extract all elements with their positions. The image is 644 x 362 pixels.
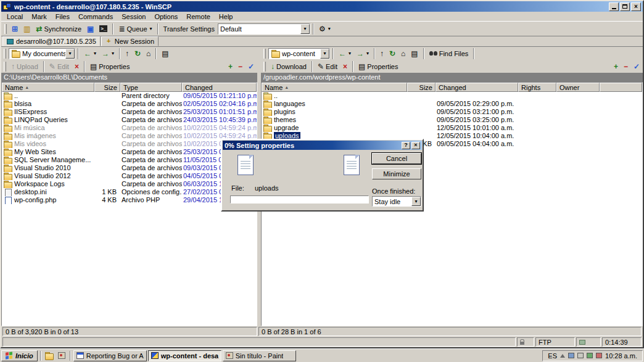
remote-parent-directory-button[interactable]: ↑ (378, 47, 386, 60)
file-row[interactable]: Mis videos Carpeta de archivos 10/02/201… (2, 140, 257, 148)
file-row[interactable]: blsisa Carpeta de archivos 02/05/2015 02… (2, 100, 257, 108)
start-button[interactable]: Inicio (1, 350, 38, 361)
file-row[interactable]: LINQPad Queries Carpeta de archivos 24/0… (2, 116, 257, 124)
menu-item[interactable]: Options (150, 12, 182, 21)
remote-refresh-button[interactable]: ↻ (387, 47, 398, 60)
remote-path-bar[interactable]: /grupoadler.com/wordpress/wp-content (261, 73, 643, 82)
file-row[interactable]: Mi música Carpeta de archivos 10/02/2015… (2, 124, 257, 132)
local-home-button[interactable]: ⌂ (144, 47, 153, 60)
dialog-titlebar[interactable]: 0% Setting properties ? × (223, 141, 422, 150)
column-header[interactable]: Changed▲ (436, 83, 518, 92)
file-row[interactable]: Mis imágenes Carpeta de archivos 10/02/2… (2, 132, 257, 140)
chevron-down-icon[interactable]: ▾ (300, 24, 310, 34)
taskbar-task[interactable]: Reporting Bug or Asking ... (73, 350, 147, 361)
local-tree-button[interactable]: ▤ (159, 47, 171, 60)
toolbar-grip[interactable] (263, 49, 266, 59)
local-select-remove-button[interactable]: − (236, 60, 245, 73)
local-edit-button[interactable]: ✎Edit (47, 60, 72, 73)
quicklaunch-explorer-icon[interactable] (44, 350, 55, 361)
new-session-tab-button[interactable]: ⊞ (9, 23, 20, 35)
file-row[interactable]: IISExpress Carpeta de archivos 25/03/201… (2, 108, 257, 116)
minimize-dialog-button[interactable]: Minimize (372, 168, 421, 179)
file-row[interactable]: .. Parent directory 09/05/2015 01:21:10 … (2, 92, 257, 100)
session-tab[interactable]: New Session (101, 36, 159, 46)
local-properties-button[interactable]: ▤Properties (88, 60, 132, 73)
remote-select-add-button[interactable]: + (611, 60, 621, 73)
file-row[interactable]: desktop.ini 1 KB Opciones de config... 2… (2, 188, 257, 196)
tray-hidden-icons-icon[interactable] (560, 354, 565, 358)
minimize-button[interactable] (609, 2, 619, 11)
file-row[interactable]: upgrade 12/05/2015 10:01:00 a.m. (262, 124, 642, 132)
menu-item[interactable]: Files (51, 12, 74, 21)
taskbar-task[interactable]: wp-content - desarroll... (148, 350, 221, 361)
file-row[interactable]: Visual Studio 2010 Carpeta de archivos 0… (2, 164, 257, 172)
tray-security-icon[interactable] (596, 353, 602, 358)
column-header[interactable]: Owner▲ (556, 83, 600, 92)
column-header[interactable]: Rights▲ (518, 83, 556, 92)
remote-back-button[interactable]: ←▾ (336, 47, 353, 60)
transfer-settings-select[interactable]: Default ▾ (218, 23, 310, 35)
file-row[interactable]: wp-config.php 4 KB Archivo PHP 29/04/201… (2, 196, 257, 204)
file-row[interactable]: SQL Server Manageme... Carpeta de archiv… (2, 156, 257, 164)
cancel-button[interactable]: Cancel (372, 153, 421, 164)
preferences-button[interactable]: ⚙▾ (316, 23, 333, 35)
console-button[interactable]: >_ (97, 23, 110, 35)
file-row[interactable]: My Web Sites Carpeta de archivos 25/03/2… (2, 148, 257, 156)
file-row[interactable]: languages 09/05/2015 02:29:00 p.m. (262, 100, 642, 108)
synchronize-button[interactable]: ⇄Synchronize (33, 23, 84, 35)
column-header[interactable]: Name▲ (262, 83, 407, 92)
file-row[interactable]: themes 09/05/2015 03:25:00 p.m. (262, 116, 642, 124)
find-files-button[interactable]: Find Files (427, 47, 471, 60)
menu-item[interactable]: Local (2, 12, 27, 21)
queue-button[interactable]: ≣Queue▾ (116, 23, 154, 35)
file-row[interactable]: Visual Studio 2012 Carpeta de archivos 0… (2, 172, 257, 180)
remote-select-toggle-button[interactable]: ✓ (631, 60, 642, 73)
local-back-button[interactable]: ←▾ (81, 47, 99, 60)
synchronize-browsing-button[interactable]: ▣ (85, 23, 96, 35)
local-parent-directory-button[interactable]: ↑ (123, 47, 131, 60)
toolbar-grip[interactable] (4, 49, 6, 59)
toolbar-grip[interactable] (4, 24, 7, 34)
column-header[interactable]: Name▲ (2, 83, 94, 92)
menu-item[interactable]: Commands (74, 12, 117, 21)
session-tab[interactable]: desarrollo@107.180.5.235 (2, 36, 101, 46)
panel-layout-button[interactable]: ▥ (21, 23, 33, 35)
local-forward-button[interactable]: →▾ (99, 47, 117, 60)
dialog-help-button[interactable]: ? (402, 142, 410, 149)
remote-properties-button[interactable]: ▤Properties (356, 60, 400, 73)
taskbar-task[interactable]: Sin título - Paint (223, 350, 296, 361)
remote-home-button[interactable]: ⌂ (398, 47, 408, 60)
menu-item[interactable]: Remote (182, 12, 215, 21)
column-header[interactable]: Size▲ (407, 83, 436, 92)
tray-language-indicator[interactable]: ES (548, 352, 557, 360)
column-header[interactable]: ▲ (600, 83, 642, 92)
column-header[interactable]: Type▲ (120, 83, 182, 92)
remote-tree-button[interactable]: ▤ (408, 47, 420, 60)
local-refresh-button[interactable]: ↻ (132, 47, 143, 60)
chevron-down-icon[interactable]: ▾ (65, 49, 75, 59)
menu-item[interactable]: Mark (27, 12, 51, 21)
tray-display-icon[interactable] (568, 353, 574, 358)
quicklaunch-paint-icon[interactable] (56, 350, 67, 361)
local-path-bar[interactable]: C:\Users\DesarrolloBL\Documents (1, 73, 257, 82)
dialog-close-button[interactable]: × (411, 142, 420, 149)
column-header[interactable]: Changed▲ (182, 83, 257, 92)
file-row[interactable]: plugins 09/05/2015 03:21:00 p.m. (262, 108, 642, 116)
window-titlebar[interactable]: wp-content - desarrollo@107.180.5.235 - … (1, 1, 643, 12)
close-button[interactable]: × (631, 2, 641, 11)
upload-button[interactable]: ↑Upload (9, 60, 41, 73)
chevron-down-icon[interactable]: ▾ (411, 197, 421, 206)
remote-edit-button[interactable]: ✎Edit (315, 60, 340, 73)
file-row[interactable]: .. (262, 92, 642, 100)
remote-directory-select[interactable]: wp-content ▾ (268, 48, 330, 59)
menu-item[interactable]: Session (117, 12, 150, 21)
tray-network-icon[interactable] (587, 353, 593, 358)
local-file-list[interactable]: .. Parent directory 09/05/2015 01:21:10 … (2, 92, 257, 326)
local-select-add-button[interactable]: + (226, 60, 235, 73)
file-row[interactable]: Workspace Logs Carpeta de archivos 06/03… (2, 180, 257, 188)
local-delete-button[interactable]: × (72, 60, 81, 73)
toolbar-grip[interactable] (263, 62, 266, 72)
chevron-down-icon[interactable]: ▾ (320, 49, 329, 59)
download-button[interactable]: ↓Download (268, 60, 309, 73)
once-finished-select[interactable]: Stay idle ▾ (372, 196, 421, 207)
